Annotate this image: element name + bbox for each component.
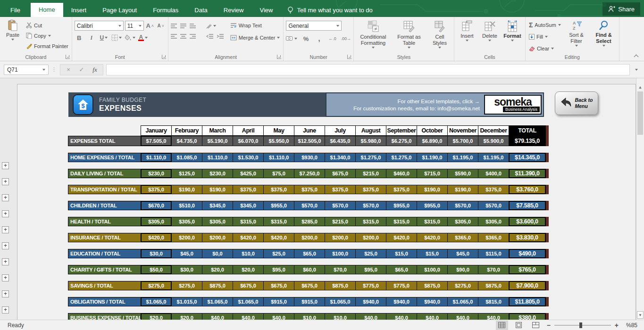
month-header-september[interactable]: September xyxy=(386,125,417,136)
row-total-cell[interactable]: $3.600,0 xyxy=(509,217,546,226)
category-label[interactable]: DAILY LIVING / TOTAL xyxy=(68,169,141,178)
outline-expand-button[interactable]: + xyxy=(2,226,9,233)
value-cell[interactable]: $1.065,0 xyxy=(447,297,478,306)
value-cell[interactable]: $40,0 xyxy=(263,313,294,320)
value-cell[interactable]: $1.065,0 xyxy=(202,297,233,306)
underline-button[interactable]: U xyxy=(99,33,109,42)
value-cell[interactable]: $940,0 xyxy=(417,297,448,306)
outline-expand-button[interactable]: + xyxy=(2,162,9,169)
value-cell[interactable]: $775,0 xyxy=(355,281,386,290)
sheet-canvas[interactable]: $ FAMILY BUDGET EXPENSES For other Excel… xyxy=(17,84,636,320)
value-cell[interactable]: $20,0 xyxy=(171,313,202,320)
category-label[interactable]: SAVINGS / TOTAL xyxy=(68,281,141,290)
month-header-february[interactable]: February xyxy=(171,125,202,136)
value-cell[interactable]: $400,0 xyxy=(478,169,509,178)
row-total-cell[interactable]: $11.805,0 xyxy=(509,297,546,306)
value-cell[interactable]: $200,0 xyxy=(355,233,386,242)
value-cell[interactable]: $1.110,0 xyxy=(202,153,233,162)
month-header-november[interactable]: November xyxy=(447,125,478,136)
scroll-up-arrow-icon[interactable]: ▲ xyxy=(637,84,643,90)
value-cell[interactable]: $375,0 xyxy=(478,185,509,194)
row-total-cell[interactable]: $11.390,0 xyxy=(509,169,546,178)
clear-button[interactable]: Clear xyxy=(528,43,562,53)
value-cell[interactable]: $70,0 xyxy=(478,265,509,274)
fill-color-button[interactable] xyxy=(125,33,135,42)
value-cell[interactable]: $0,0 xyxy=(202,249,233,258)
value-cell[interactable]: $460,0 xyxy=(386,169,417,178)
category-label[interactable]: CHARITY / GIFTS / TOTAL xyxy=(68,265,141,274)
category-label[interactable]: HEALTH / TOTAL xyxy=(68,217,141,226)
value-cell[interactable]: $955,0 xyxy=(263,201,294,210)
cut-button[interactable]: Cut xyxy=(25,20,69,30)
month-header-december[interactable]: December xyxy=(478,125,509,136)
page-break-preview-button[interactable] xyxy=(530,321,542,330)
value-cell[interactable]: $375,0 xyxy=(263,185,294,194)
tab-file[interactable]: File xyxy=(0,3,31,17)
value-cell[interactable]: $40,0 xyxy=(478,313,509,320)
name-box[interactable]: Q71 xyxy=(4,65,49,75)
value-cell[interactable]: $375,0 xyxy=(294,185,325,194)
category-label[interactable]: EDUCATION / TOTAL xyxy=(68,249,141,258)
value-cell[interactable]: $215,0 xyxy=(355,169,386,178)
value-cell[interactable]: $275,0 xyxy=(171,281,202,290)
value-cell[interactable]: $365,0 xyxy=(478,233,509,242)
formula-bar-expand-button[interactable] xyxy=(633,69,640,71)
tell-me-box[interactable]: Tell me what you want to do xyxy=(281,3,379,17)
value-cell[interactable]: $425,0 xyxy=(233,169,264,178)
value-cell[interactable]: $940,0 xyxy=(386,297,417,306)
outline-expand-button[interactable]: + xyxy=(2,194,9,201)
value-cell[interactable]: $1.110,0 xyxy=(263,153,294,162)
bold-button[interactable]: B xyxy=(75,33,84,42)
category-label[interactable]: CHILDREN / TOTAL xyxy=(68,201,141,210)
value-cell[interactable]: $940,0 xyxy=(355,297,386,306)
row-total-cell[interactable]: $3.760,0 xyxy=(509,185,546,194)
find-select-button[interactable]: Find & Select xyxy=(591,18,617,53)
copy-button[interactable]: Copy xyxy=(25,31,69,41)
value-cell[interactable]: $190,0 xyxy=(447,185,478,194)
value-cell[interactable]: $815,0 xyxy=(478,297,509,306)
value-cell[interactable]: $570,0 xyxy=(447,201,478,210)
value-cell[interactable]: $285,0 xyxy=(294,217,325,226)
value-cell[interactable]: $1.190,0 xyxy=(417,153,448,162)
sort-filter-button[interactable]: AZ Sort & Filter xyxy=(564,18,589,53)
value-cell[interactable]: $65,0 xyxy=(294,249,325,258)
value-cell[interactable]: $275,0 xyxy=(141,281,172,290)
outline-expand-button[interactable]: + xyxy=(2,258,9,265)
value-cell[interactable]: $30,0 xyxy=(171,265,202,274)
value-cell[interactable]: $345,0 xyxy=(233,201,264,210)
value-cell[interactable]: $75,0 xyxy=(263,169,294,178)
orientation-button[interactable] xyxy=(206,21,216,31)
value-cell[interactable]: $100,0 xyxy=(325,249,356,258)
value-cell[interactable]: $875,0 xyxy=(478,281,509,290)
zoom-out-button[interactable]: − xyxy=(547,322,551,329)
accounting-format-button[interactable] xyxy=(286,34,297,43)
value-cell[interactable]: $40,0 xyxy=(355,313,386,320)
value-cell[interactable]: $70,0 xyxy=(325,265,356,274)
insert-cells-button[interactable]: Insert xyxy=(457,18,477,53)
value-cell[interactable]: $420,0 xyxy=(417,233,448,242)
category-label[interactable]: OBLIGATIONS / TOTAL xyxy=(68,297,141,306)
paste-button[interactable]: Paste xyxy=(2,18,23,53)
cell-styles-button[interactable]: Cell Styles xyxy=(428,18,452,53)
value-cell[interactable]: $1.065,0 xyxy=(325,297,356,306)
number-dialog-launcher[interactable] xyxy=(347,55,351,59)
shrink-font-button[interactable]: A˅ xyxy=(156,21,166,31)
align-center-icon[interactable] xyxy=(180,34,186,39)
value-cell[interactable]: $675,0 xyxy=(233,281,264,290)
value-cell[interactable]: $95,0 xyxy=(355,265,386,274)
format-cells-button[interactable]: Format xyxy=(502,18,523,53)
value-cell[interactable]: $510,0 xyxy=(171,201,202,210)
value-cell[interactable]: $1.275,0 xyxy=(386,153,417,162)
value-cell[interactable]: $7.250,0 xyxy=(294,169,325,178)
value-cell[interactable]: $315,0 xyxy=(386,217,417,226)
value-cell[interactable]: $40,0 xyxy=(417,313,448,320)
value-cell[interactable]: $10,0 xyxy=(325,313,356,320)
value-cell[interactable]: $10,0 xyxy=(294,313,325,320)
value-cell[interactable]: $715,0 xyxy=(417,169,448,178)
increase-indent-icon[interactable] xyxy=(217,34,224,39)
expenses-total-total-cell[interactable]: $79.135,0 xyxy=(509,136,546,146)
value-cell[interactable]: $20,0 xyxy=(202,265,233,274)
align-right-icon[interactable] xyxy=(190,34,196,39)
month-header-march[interactable]: March xyxy=(202,125,233,136)
value-cell[interactable]: $190,0 xyxy=(417,185,448,194)
